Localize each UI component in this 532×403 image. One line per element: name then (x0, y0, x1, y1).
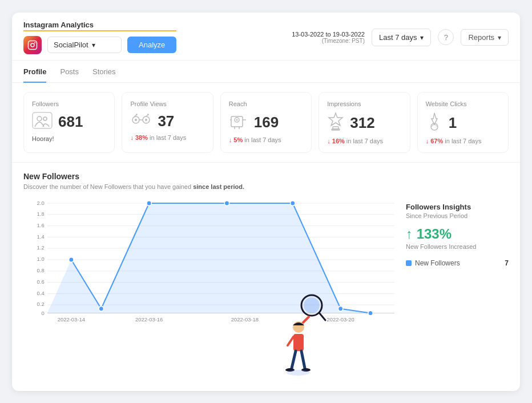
stat-label-followers: Followers (32, 100, 106, 107)
tab-posts[interactable]: Posts (60, 61, 79, 83)
chart-subtitle: Discover the number of New Followers tha… (23, 183, 509, 190)
svg-text:1.2: 1.2 (37, 244, 45, 251)
insights-period: Since Previous Period (406, 212, 509, 219)
svg-rect-14 (332, 129, 340, 130)
app-container: Instagram Analytics SocialPilot Analyze (6, 7, 526, 397)
svg-text:0.6: 0.6 (37, 278, 45, 284)
legend-dot (406, 260, 412, 266)
period-dropdown-chevron (420, 33, 424, 42)
tab-stories[interactable]: Stories (92, 61, 115, 83)
svg-text:0.8: 0.8 (37, 267, 45, 273)
analyze-button[interactable]: Analyze (127, 37, 176, 53)
account-dropdown-chevron (92, 41, 95, 49)
svg-rect-54 (293, 334, 304, 351)
svg-text:0: 0 (41, 309, 44, 316)
stat-card-website-clicks: Website Clicks 1 ↓ 67% in last 7 days (417, 92, 509, 153)
impressions-icon (327, 112, 344, 134)
stat-label-website-clicks: Website Clicks (426, 100, 500, 107)
tab-profile[interactable]: Profile (23, 61, 46, 83)
svg-text:0.4: 0.4 (37, 289, 45, 296)
svg-point-1 (31, 43, 34, 47)
period-label: Last 7 days (379, 33, 417, 42)
stat-sub-profile-views: ↓ 38% in last 7 days (130, 134, 204, 141)
svg-text:2022-03-16: 2022-03-16 (135, 316, 163, 322)
app-title: Instagram Analytics (23, 21, 176, 31)
stat-card-reach: Reach 169 ↓ 5% in last 7 days (220, 92, 312, 153)
svg-text:1.6: 1.6 (37, 221, 45, 228)
reports-chevron (498, 33, 501, 42)
timezone: (Timezone: PST) (292, 38, 365, 44)
insights-value: ↑ 133% (406, 226, 509, 242)
svg-text:0.2: 0.2 (37, 301, 45, 307)
svg-line-57 (292, 351, 296, 368)
reports-button[interactable]: Reports (461, 29, 509, 46)
svg-point-47 (291, 200, 295, 205)
stat-value-reach: 169 (254, 114, 279, 131)
stat-sub-website-clicks: ↓ 67% in last 7 days (426, 138, 500, 144)
stat-card-impressions: Impressions 312 ↓ 16% in last 7 days (319, 92, 410, 153)
stat-sub-reach: ↓ 5% in last 7 days (229, 136, 303, 143)
stat-label-reach: Reach (229, 100, 303, 107)
stat-sub-followers: Hooray! (32, 135, 106, 142)
stat-label-impressions: Impressions (327, 100, 401, 107)
account-selector: SocialPilot Analyze (23, 36, 176, 54)
chart-title: New Followers (23, 172, 509, 181)
stat-main-website-clicks: 1 (426, 112, 500, 134)
stat-value-profile-views: 37 (158, 112, 174, 130)
account-name: SocialPilot (54, 41, 88, 49)
website-clicks-icon (426, 112, 443, 134)
svg-point-12 (236, 119, 237, 120)
main-card: Instagram Analytics SocialPilot Analyze (12, 13, 520, 391)
svg-point-2 (34, 42, 35, 43)
legend-label: New Followers (415, 259, 460, 267)
header-right: 13-03-2022 to 19-03-2022 (Timezone: PST)… (292, 29, 509, 46)
svg-point-7 (135, 119, 137, 121)
date-range: 13-03-2022 to 19-03-2022 (Timezone: PST) (292, 31, 365, 44)
reports-label: Reports (468, 33, 494, 42)
figure-illustration (266, 288, 334, 380)
svg-text:1.4: 1.4 (37, 233, 45, 239)
stat-value-impressions: 312 (350, 114, 374, 132)
stat-main-profile-views: 37 (130, 112, 204, 131)
stat-value-website-clicks: 1 (449, 114, 457, 132)
svg-text:2022-03-14: 2022-03-14 (58, 316, 86, 322)
legend-count: 7 (505, 259, 509, 267)
svg-point-61 (287, 370, 309, 376)
svg-rect-0 (29, 41, 37, 49)
insights-title: Followers Insights (406, 203, 509, 211)
help-button[interactable]: ? (438, 29, 454, 45)
svg-point-5 (43, 117, 47, 120)
header-left: Instagram Analytics SocialPilot Analyze (23, 21, 176, 54)
stat-main-impressions: 312 (327, 112, 401, 134)
reach-icon (229, 112, 248, 133)
stat-card-followers: Followers 681 Hooray! (23, 92, 115, 153)
stat-main-reach: 169 (229, 112, 303, 133)
header: Instagram Analytics SocialPilot Analyze (12, 13, 520, 61)
chart-section: New Followers Discover the number of New… (12, 162, 520, 391)
stats-section: Followers 681 Hooray! (12, 83, 520, 162)
svg-text:2022-03-18: 2022-03-18 (231, 316, 259, 322)
svg-point-44 (99, 306, 103, 311)
account-dropdown[interactable]: SocialPilot (47, 37, 122, 53)
svg-line-56 (288, 337, 293, 345)
stat-sub-impressions: ↓ 16% in last 7 days (327, 138, 401, 144)
svg-point-51 (304, 297, 320, 313)
date-range-text: 13-03-2022 to 19-03-2022 (292, 31, 365, 38)
svg-point-46 (224, 200, 229, 205)
stat-label-profile-views: Profile Views (130, 100, 204, 107)
illustration-container (266, 288, 509, 382)
insights-value-label: New Followers Increased (406, 243, 509, 250)
profile-views-icon (130, 112, 152, 131)
tabs-container: Profile Posts Stories (12, 61, 520, 83)
svg-line-58 (301, 351, 305, 368)
svg-line-52 (320, 313, 325, 320)
stat-main-followers: 681 (32, 112, 106, 132)
svg-point-9 (145, 119, 147, 121)
svg-point-4 (37, 116, 42, 121)
stat-card-profile-views: Profile Views 37 (122, 92, 213, 153)
svg-text:1.8: 1.8 (37, 210, 45, 216)
stat-value-followers: 681 (58, 113, 83, 131)
period-dropdown[interactable]: Last 7 days (372, 29, 432, 46)
svg-text:2.0: 2.0 (37, 200, 45, 206)
insights-legend: New Followers 7 (406, 259, 509, 267)
